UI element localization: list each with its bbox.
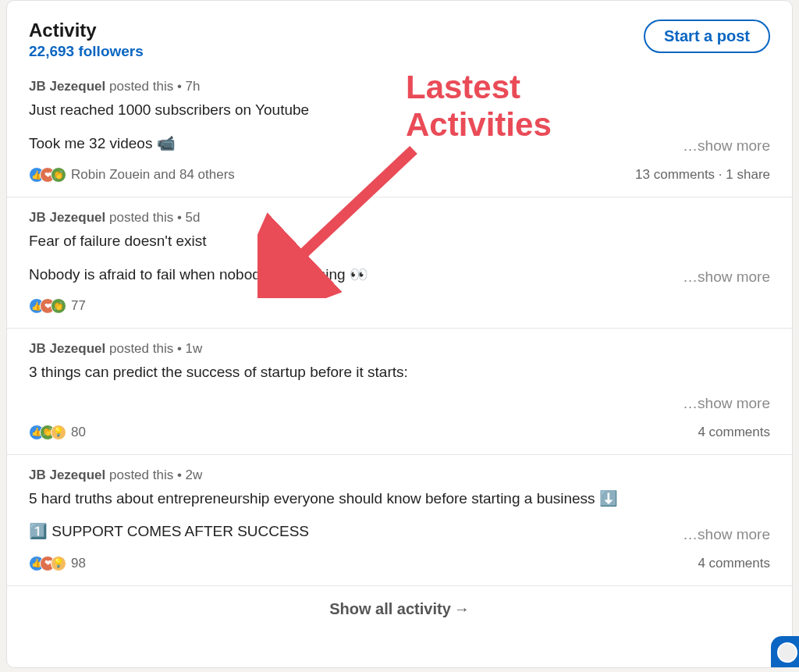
show-all-activity-link[interactable]: Show all activity→ [7,586,792,632]
celebrate-icon: 👏 [51,298,66,314]
post-body: 5 hard truths about entrepreneurship eve… [29,488,770,510]
post-meta: JB Jezequel posted this • 5d [29,210,770,226]
post-item[interactable]: JB Jezequel posted this • 2w 5 hard trut… [7,455,792,586]
post-stats[interactable]: 4 comments [698,425,770,440]
start-post-button[interactable]: Start a post [644,20,770,53]
reactions-text[interactable]: 80 [71,425,86,440]
reactions-text[interactable]: Robin Zouein and 84 others [71,167,235,183]
post-body-row: 1️⃣ SUPPORT COMES AFTER SUCCESS …show mo… [29,521,770,543]
post-stats[interactable]: 4 comments [698,556,770,571]
reaction-icons: 👍 👏 💡 [29,425,66,440]
post-reactions[interactable]: 👍 ❤ 👏 77 [29,298,86,314]
title-block: Activity 22,693 followers [29,20,144,60]
post-line1: Fear of failure doesn't exist [29,233,207,249]
show-more-link[interactable]: …show more [673,268,770,286]
post-meta-text: posted this • 7h [105,79,200,94]
post-line1: Just reached 1000 subscribers on Youtube [29,101,309,118]
post-item[interactable]: JB Jezequel posted this • 7h Just reache… [7,66,792,197]
insightful-icon: 💡 [51,556,66,571]
post-meta: JB Jezequel posted this • 2w [29,468,770,483]
post-meta-text: posted this • 2w [105,468,202,482]
insightful-icon: 💡 [51,425,66,440]
show-more-link[interactable]: …show more [673,395,770,412]
post-line1: 5 hard truths about entrepreneurship eve… [29,490,618,507]
post-meta: JB Jezequel posted this • 7h [29,79,770,94]
activity-header: Activity 22,693 followers Start a post [7,20,792,66]
activity-card: Activity 22,693 followers Start a post J… [6,0,793,668]
reactions-text[interactable]: 77 [71,298,86,314]
post-line2: 1️⃣ SUPPORT COMES AFTER SUCCESS [29,521,309,543]
post-meta: JB Jezequel posted this • 1w [29,341,770,357]
post-reactions[interactable]: 👍 ❤ 👏 Robin Zouein and 84 others [29,167,235,183]
post-engagement: 👍 ❤ 💡 98 4 comments [29,556,770,571]
followers-count[interactable]: 22,693 followers [29,43,144,60]
reactions-text[interactable]: 98 [71,556,86,571]
post-line1: 3 things can predict the success of star… [29,364,408,380]
post-body: Just reached 1000 subscribers on Youtube [29,99,770,122]
post-reactions[interactable]: 👍 ❤ 💡 98 [29,556,86,571]
post-item[interactable]: JB Jezequel posted this • 5d Fear of fai… [7,197,792,329]
avatar [777,642,797,663]
show-more-link[interactable]: …show more [673,526,770,543]
post-body-row: Took me 32 videos 📹 …show more [29,133,770,155]
post-author[interactable]: JB Jezequel [29,341,105,356]
post-meta-text: posted this • 5d [105,210,200,225]
post-line2: Nobody is afraid to fail when nobody is … [29,264,368,286]
post-engagement: 👍 👏 💡 80 4 comments [29,425,770,440]
post-body: 3 things can predict the success of star… [29,361,770,384]
post-engagement: 👍 ❤ 👏 Robin Zouein and 84 others 13 comm… [29,167,770,183]
post-author[interactable]: JB Jezequel [29,468,105,482]
post-body: Fear of failure doesn't exist [29,230,770,253]
celebrate-icon: 👏 [51,167,66,183]
arrow-right-icon: → [454,600,470,617]
reaction-icons: 👍 ❤ 👏 [29,298,66,314]
reaction-icons: 👍 ❤ 👏 [29,167,66,183]
post-line2: Took me 32 videos 📹 [29,133,176,155]
post-item[interactable]: JB Jezequel posted this • 1w 3 things ca… [7,329,792,455]
post-author[interactable]: JB Jezequel [29,79,105,94]
messaging-bubble[interactable] [771,636,799,667]
show-all-label: Show all activity [329,600,451,617]
post-author[interactable]: JB Jezequel [29,210,105,225]
post-body-row: Nobody is afraid to fail when nobody is … [29,264,770,286]
post-engagement: 👍 ❤ 👏 77 [29,298,770,314]
post-reactions[interactable]: 👍 👏 💡 80 [29,425,86,440]
activity-title: Activity [29,20,144,41]
show-more-link[interactable]: …show more [673,137,770,155]
post-body-row: …show more [29,395,770,412]
post-stats[interactable]: 13 comments · 1 share [635,167,770,183]
post-meta-text: posted this • 1w [105,341,202,356]
reaction-icons: 👍 ❤ 💡 [29,556,66,571]
